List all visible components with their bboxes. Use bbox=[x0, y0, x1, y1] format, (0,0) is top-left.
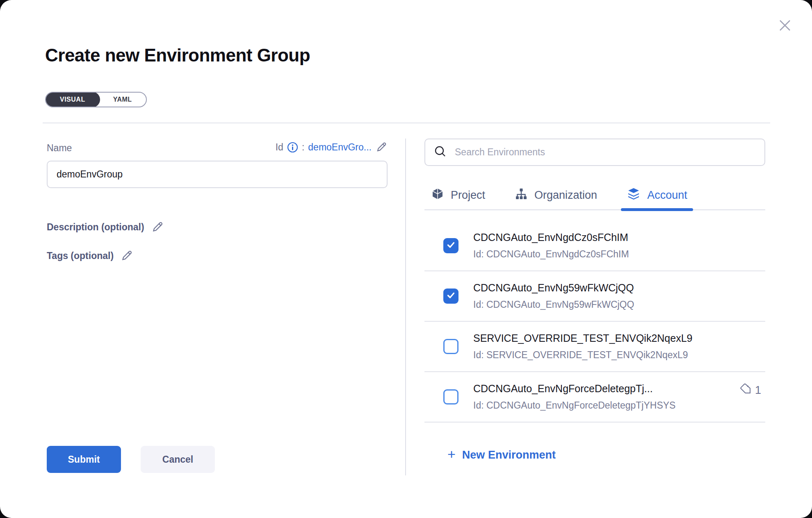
column-divider bbox=[405, 139, 406, 475]
environment-name: CDCNGAuto_EnvNg59wFkWCjQQ bbox=[473, 282, 765, 294]
search-box bbox=[424, 139, 765, 166]
tag-count: 1 bbox=[755, 384, 761, 397]
id-separator: : bbox=[302, 142, 304, 153]
search-environments-input[interactable] bbox=[455, 147, 756, 158]
cube-icon bbox=[431, 187, 444, 203]
environment-row[interactable]: SERVICE_OVERRIDE_TEST_ENVQik2NqexL9 Id: … bbox=[424, 322, 765, 372]
environment-checkbox[interactable] bbox=[443, 289, 458, 304]
environment-row[interactable]: CDCNGAuto_EnvNgdCz0sFChIM Id: CDCNGAuto_… bbox=[424, 210, 765, 271]
info-icon[interactable] bbox=[287, 142, 298, 153]
create-environment-group-modal: Create new Environment Group VISUAL YAML… bbox=[0, 0, 812, 518]
tab-organization-label: Organization bbox=[534, 189, 597, 202]
plus-icon: + bbox=[447, 447, 456, 461]
org-chart-icon bbox=[515, 187, 528, 203]
close-icon bbox=[777, 17, 793, 35]
scope-tabs: Project Organization bbox=[424, 181, 765, 210]
tag-count-badge: 1 bbox=[739, 383, 765, 398]
new-environment-button[interactable]: + New Environment bbox=[447, 448, 556, 462]
id-label: Id bbox=[276, 142, 283, 153]
checkmark-icon bbox=[446, 291, 456, 302]
tags-label: Tags (optional) bbox=[47, 250, 114, 261]
name-input[interactable] bbox=[47, 161, 388, 188]
id-value-link[interactable]: demoEnvGro... bbox=[308, 142, 372, 153]
toggle-visual[interactable]: VISUAL bbox=[45, 92, 100, 107]
close-button[interactable] bbox=[774, 16, 796, 37]
edit-description-pencil-icon[interactable] bbox=[151, 220, 164, 234]
environment-row[interactable]: CDCNGAuto_EnvNg59wFkWCjQQ Id: CDCNGAuto_… bbox=[424, 271, 765, 322]
new-environment-label: New Environment bbox=[462, 449, 556, 461]
environment-name: CDCNGAuto_EnvNgdCz0sFChIM bbox=[473, 232, 765, 243]
environment-checkbox[interactable] bbox=[443, 339, 458, 354]
page-title: Create new Environment Group bbox=[45, 45, 310, 66]
cancel-button[interactable]: Cancel bbox=[141, 446, 215, 473]
id-row: Id : demoEnvGro... bbox=[47, 141, 388, 153]
search-icon bbox=[433, 145, 447, 160]
checkmark-icon bbox=[446, 240, 456, 251]
tab-account-label: Account bbox=[647, 189, 687, 202]
environment-checkbox[interactable] bbox=[443, 389, 458, 404]
tab-account[interactable]: Account bbox=[627, 181, 687, 209]
environment-id: Id: CDCNGAuto_EnvNgdCz0sFChIM bbox=[473, 249, 765, 260]
tag-icon bbox=[739, 383, 752, 398]
form-actions: Submit Cancel bbox=[47, 446, 215, 473]
tab-project-label: Project bbox=[451, 189, 485, 202]
visual-yaml-toggle: VISUAL YAML bbox=[45, 92, 147, 107]
environment-name: SERVICE_OVERRIDE_TEST_ENVQik2NqexL9 bbox=[473, 332, 765, 344]
toggle-yaml[interactable]: YAML bbox=[99, 93, 146, 107]
environment-row[interactable]: CDCNGAuto_EnvNgForceDeletegpTj... Id: CD… bbox=[424, 372, 765, 423]
tab-organization[interactable]: Organization bbox=[515, 181, 597, 209]
edit-id-pencil-icon[interactable] bbox=[375, 141, 388, 153]
environment-id: Id: CDCNGAuto_EnvNgForceDeletegpTjYHSYS bbox=[473, 400, 725, 411]
environment-id: Id: SERVICE_OVERRIDE_TEST_ENVQik2NqexL9 bbox=[473, 350, 765, 361]
tags-row: Tags (optional) bbox=[47, 249, 133, 262]
environment-name: CDCNGAuto_EnvNgForceDeletegpTj... bbox=[473, 383, 725, 395]
environment-list: CDCNGAuto_EnvNgdCz0sFChIM Id: CDCNGAuto_… bbox=[424, 210, 765, 430]
environment-id: Id: CDCNGAuto_EnvNg59wFkWCjQQ bbox=[473, 299, 765, 310]
submit-button[interactable]: Submit bbox=[47, 446, 121, 473]
environment-picker-pane: Project Organization bbox=[424, 139, 765, 462]
tab-project[interactable]: Project bbox=[431, 181, 485, 209]
edit-tags-pencil-icon[interactable] bbox=[120, 249, 133, 262]
environment-checkbox[interactable] bbox=[443, 238, 458, 253]
description-row: Description (optional) bbox=[47, 220, 164, 234]
layers-icon bbox=[627, 187, 641, 204]
description-label: Description (optional) bbox=[47, 222, 144, 233]
header-divider bbox=[43, 123, 770, 123]
